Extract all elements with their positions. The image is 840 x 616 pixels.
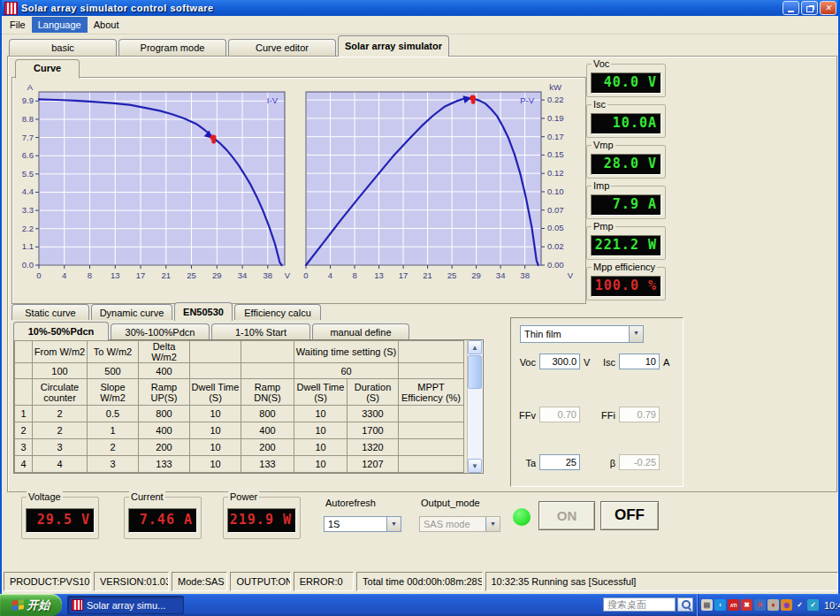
tab-basic[interactable]: basic (9, 39, 117, 56)
table-cell[interactable] (399, 456, 464, 473)
table-cell[interactable]: 800 (139, 406, 190, 422)
table-cell[interactable]: 10 (294, 456, 347, 473)
table-cell[interactable]: 10 (294, 439, 347, 456)
table-cell[interactable]: 10 (190, 406, 241, 422)
table-cell[interactable]: 10 (190, 456, 241, 473)
pv-type-dropdown[interactable]: Thin film ▼ (520, 325, 644, 343)
tab-dynamic-curve[interactable]: Dynamic curve (91, 304, 172, 320)
table-cell[interactable]: 200 (139, 439, 190, 456)
field-label-isc: Isc (594, 354, 619, 369)
table-cell[interactable]: 133 (139, 456, 190, 473)
field-isc: Isc10A (594, 354, 669, 369)
table-cell[interactable]: 1320 (347, 439, 399, 456)
ati-icon[interactable]: ATI (728, 599, 739, 611)
subtab-30-100-pdcn[interactable]: 30%-100%Pdcn (111, 323, 210, 339)
table-cell[interactable]: 2 (33, 406, 88, 422)
table-cell[interactable]: 133 (241, 456, 294, 473)
svg-text:8.8: 8.8 (22, 114, 34, 124)
tab-efficiency-calcu[interactable]: Efficiency calcu (234, 304, 321, 320)
svg-text:0: 0 (303, 270, 308, 280)
svg-text:8: 8 (352, 270, 356, 280)
subtab-10-50-pdcn[interactable]: 10%-50%Pdcn (13, 322, 109, 340)
field-input-isc[interactable]: 10 (619, 354, 660, 369)
menu-item-language[interactable]: Language (32, 17, 88, 33)
autorefresh-dropdown[interactable]: 1S ▼ (324, 516, 401, 532)
output-status-indicator (513, 508, 531, 526)
field-input-ffv: 0.70 (539, 407, 580, 422)
field-input-voc[interactable]: 300.0 (539, 354, 580, 369)
table-cell[interactable]: 10 (190, 422, 241, 439)
table-cell[interactable]: 1700 (347, 422, 399, 439)
menu-item-file[interactable]: File (4, 17, 32, 33)
desktop-search-input[interactable]: 搜索桌面 (603, 597, 676, 612)
taskbar-app-label: Solar array simu... (87, 600, 165, 611)
table-cell[interactable] (399, 439, 464, 456)
table-cell[interactable]: 3 (33, 439, 88, 456)
chevron-down-icon[interactable]: ▼ (629, 326, 643, 342)
table-cell[interactable]: 2 (88, 439, 139, 456)
measure-label-pmp: Pmp (592, 221, 615, 232)
search-button[interactable] (677, 597, 693, 612)
start-button[interactable]: 开始 (0, 594, 62, 616)
table-cell[interactable]: 3300 (347, 406, 399, 422)
table-cell[interactable]: 0.5 (88, 406, 139, 422)
table-cell[interactable]: 200 (241, 439, 294, 456)
off-button[interactable]: OFF (600, 501, 659, 530)
svg-text:13: 13 (374, 270, 384, 280)
close-button[interactable]: ✕ (820, 1, 836, 15)
windows-flag-icon (12, 599, 24, 611)
subtab-manual-define[interactable]: manual define (312, 323, 409, 339)
table-cell[interactable]: 400 (241, 422, 294, 439)
volume-muted-icon[interactable]: ♦ (767, 599, 779, 611)
lower-tab-strip: Static curveDynamic curveEN50530Efficien… (11, 301, 323, 320)
table-header-cell: Waiting time setting (S) (294, 341, 399, 363)
chevron-down-icon[interactable]: ▼ (386, 517, 401, 531)
table-cell[interactable] (399, 406, 464, 422)
table-cell[interactable]: 2 (33, 422, 88, 439)
minimize-button[interactable] (783, 1, 799, 15)
network-offline-icon[interactable]: ✕ (754, 599, 766, 611)
field-voc: Voc300.0V (515, 354, 590, 369)
table-header-cell: Dwell Time (S) (190, 379, 241, 406)
security-shield-icon[interactable]: ✖ (741, 599, 752, 611)
table-cell[interactable]: 3 (88, 456, 139, 473)
tab-en50530[interactable]: EN50530 (174, 302, 233, 321)
table-row: 22140010400101700 (15, 422, 464, 439)
shield-check-icon[interactable]: ✓ (794, 599, 806, 611)
table-cell[interactable]: 1207 (347, 456, 399, 473)
back-circle-icon[interactable]: ‹ (714, 599, 726, 611)
tab-curve[interactable]: Curve (15, 59, 80, 79)
tab-solar-array-simulator[interactable]: Solar array simulator (338, 35, 449, 57)
restore-button[interactable] (801, 1, 818, 15)
table-cell[interactable]: 10 (294, 422, 347, 439)
menu-item-about[interactable]: About (88, 17, 126, 33)
media-player-icon[interactable]: ◉ (781, 599, 792, 611)
tab-curve-editor[interactable]: Curve editor (228, 39, 336, 56)
table-cell[interactable] (399, 422, 464, 439)
scroll-up-icon[interactable]: ▲ (468, 340, 482, 354)
measure-label-mpp-efficiency: Mpp efficiency (592, 262, 657, 272)
measure-value-voc: 40.0 V (591, 72, 661, 94)
scroll-down-icon[interactable]: ▼ (468, 459, 482, 473)
table-cell[interactable]: 4 (33, 456, 88, 473)
svg-text:7.7: 7.7 (22, 133, 34, 142)
status-segment-7: 10:32:35 Running sas [Sucessful] (485, 572, 839, 591)
tab-static-curve[interactable]: Static curve (11, 304, 89, 320)
subtab-1-10-start-shuntdown[interactable]: 1-10% Start ShuntDown (211, 323, 310, 339)
table-header-cell (241, 341, 294, 363)
table-cell[interactable]: 10 (190, 439, 241, 456)
table-cell[interactable]: 800 (241, 406, 294, 422)
taskbar-app-button[interactable]: Solar array simu... (67, 596, 184, 614)
scrollbar-thumb[interactable] (468, 355, 482, 389)
on-button[interactable]: ON (538, 501, 595, 530)
table-cell[interactable]: 1 (88, 422, 139, 439)
table-header-cell: To W/m2 (88, 341, 139, 363)
table-scrollbar[interactable]: ▲ ▼ (467, 340, 483, 473)
table-cell[interactable]: 400 (139, 422, 190, 439)
table-cell[interactable]: 10 (294, 406, 347, 422)
tab-program-mode[interactable]: Program mode (118, 39, 226, 56)
keyboard-icon[interactable]: ▤ (701, 599, 713, 611)
antivirus-shield-icon[interactable]: ✓ (807, 599, 819, 611)
field-input-ta[interactable]: 25 (539, 454, 580, 470)
measure-group-pmp: Pmp221.2 W (586, 226, 666, 260)
